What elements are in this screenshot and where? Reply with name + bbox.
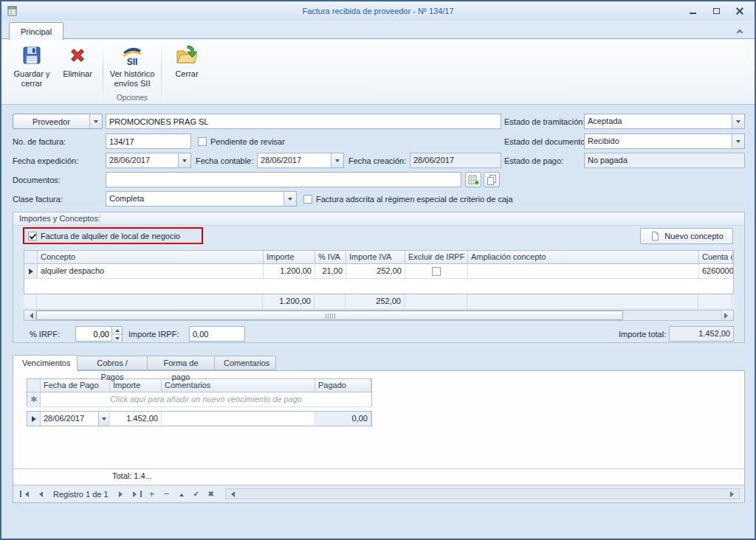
sii-history-label: Ver histórico envíos SII xyxy=(106,69,159,89)
nav-last-icon xyxy=(140,491,142,497)
estado-tramitacion-dropdown-button[interactable] xyxy=(732,114,744,128)
ribbon-separator xyxy=(103,44,103,101)
documentos-input[interactable] xyxy=(106,172,461,187)
restore-button[interactable] xyxy=(710,5,722,17)
nav-first-button[interactable] xyxy=(18,488,31,500)
sii-icon: SII xyxy=(120,44,144,67)
tab-principal[interactable]: Principal xyxy=(9,22,63,40)
fecha-expedicion-combo[interactable]: 28/06/2017 xyxy=(106,153,191,168)
clase-factura-dropdown-button[interactable] xyxy=(284,192,296,206)
cell-importe[interactable]: 1.452,00 xyxy=(110,412,162,426)
new-row-indicator: ✱ xyxy=(27,392,41,407)
fecha-expedicion-label: Fecha expedición: xyxy=(13,155,78,167)
copy-document-button[interactable] xyxy=(484,172,500,187)
nav-delete-button[interactable]: − xyxy=(160,488,173,500)
pendiente-revisar-label: Pendiente de revisar xyxy=(210,137,285,146)
nav-cancel-button[interactable]: ✖ xyxy=(205,488,218,500)
clase-factura-combo[interactable]: Completa xyxy=(106,191,297,207)
column-header-excluir-irpf[interactable]: Excluir de IRPF xyxy=(405,251,468,264)
fecha-contable-dropdown-button[interactable] xyxy=(331,153,343,167)
column-header-iva[interactable]: % IVA xyxy=(315,251,346,264)
column-header-fecha-pago[interactable]: Fecha de Pago xyxy=(41,379,110,392)
estado-documento-dropdown-button[interactable] xyxy=(732,134,744,148)
no-factura-label: No. de factura: xyxy=(13,136,66,148)
vencimientos-panel: Fecha de Pago Importe Comentarios Pagado… xyxy=(13,370,745,503)
sii-history-button[interactable]: SII Ver histórico envíos SII xyxy=(106,41,159,89)
cell-concepto[interactable]: alquiler despacho xyxy=(38,264,264,279)
fecha-pago-dropdown-button[interactable] xyxy=(98,412,109,426)
column-header-pagado[interactable]: Pagado xyxy=(315,379,371,392)
nuevo-concepto-label: Nuevo concepto xyxy=(664,232,724,240)
spin-down-button[interactable] xyxy=(112,335,122,342)
fecha-contable-value: 28/06/2017 xyxy=(258,153,331,167)
column-header-ampliacion[interactable]: Ampliación concepto xyxy=(468,251,699,264)
edit-icon xyxy=(179,491,184,496)
cerrar-button[interactable]: Cerrar xyxy=(164,41,210,79)
irpf-importe-input[interactable] xyxy=(189,326,245,342)
nav-edit-button[interactable] xyxy=(175,488,188,500)
add-document-button[interactable] xyxy=(465,172,481,187)
pager-hscrollbar[interactable] xyxy=(225,488,740,499)
scroll-right-button[interactable] xyxy=(721,311,733,320)
ribbon-group-cerrar: Cerrar xyxy=(164,41,210,104)
proveedor-input[interactable] xyxy=(106,114,501,129)
spin-up-button[interactable] xyxy=(112,327,122,335)
spinner-buttons xyxy=(111,327,122,341)
tab-comentarios[interactable]: Comentarios xyxy=(214,356,276,370)
vencimientos-total: Total: 1.4... xyxy=(112,471,152,480)
tab-forma-pago[interactable]: Forma de pago xyxy=(147,356,215,370)
cell-ampliacion[interactable] xyxy=(468,264,699,279)
cell-pagado: 0,00 xyxy=(315,412,371,426)
cell-excluir-irpf[interactable] xyxy=(405,264,468,279)
pendiente-revisar-checkbox[interactable]: Pendiente de revisar xyxy=(198,136,285,147)
cell-importe[interactable]: 1.200,00 xyxy=(264,264,315,279)
importe-total-label: Importe total: xyxy=(619,328,666,340)
nuevo-concepto-button[interactable]: Nuevo concepto xyxy=(640,228,733,244)
current-row-icon xyxy=(29,269,36,274)
proveedor-button[interactable]: Proveedor xyxy=(13,114,103,129)
copy-document-icon xyxy=(486,174,498,186)
regimen-caja-checkbox[interactable]: Factura adscrita al régimen especial de … xyxy=(303,193,513,204)
tab-cobros-pagos[interactable]: Cobros / Pagos xyxy=(77,356,148,370)
chevron-up-icon xyxy=(737,29,743,35)
new-row[interactable]: ✱ Click aquí para añadir un nuevo vencim… xyxy=(27,392,371,407)
proveedor-dropdown-button[interactable] xyxy=(89,114,102,128)
minimize-button[interactable] xyxy=(687,5,698,17)
save-close-button[interactable]: Guardar y cerrar xyxy=(9,41,55,89)
irpf-pct-input[interactable] xyxy=(76,327,111,341)
estado-documento-combo[interactable]: Recibido xyxy=(584,134,745,149)
ribbon-collapse-button[interactable] xyxy=(734,27,746,35)
no-factura-input[interactable] xyxy=(106,134,191,149)
cell-importe-iva[interactable]: 252,00 xyxy=(346,264,405,279)
nav-append-button[interactable]: + xyxy=(145,488,159,500)
spin-up-icon xyxy=(115,327,120,332)
fecha-contable-combo[interactable]: 28/06/2017 xyxy=(257,153,344,168)
nav-last-button[interactable] xyxy=(131,488,144,500)
column-header-cuenta[interactable]: Cuenta co xyxy=(699,251,733,264)
column-header-importe[interactable]: Importe xyxy=(264,251,315,264)
fecha-expedicion-dropdown-button[interactable] xyxy=(178,153,190,167)
delete-button[interactable]: Eliminar xyxy=(55,41,100,79)
grid-empty-area xyxy=(24,279,733,294)
cell-fecha-pago[interactable]: 28/06/2017 xyxy=(41,412,110,426)
irpf-pct-spinner[interactable] xyxy=(75,326,123,342)
cell-cuenta[interactable]: 62600000 xyxy=(699,264,733,279)
cell-comentarios[interactable] xyxy=(162,412,315,426)
scroll-left-button[interactable] xyxy=(24,311,36,320)
cell-iva[interactable]: 21,00 xyxy=(315,264,346,279)
new-row-hint[interactable]: Click aquí para añadir un nuevo vencimie… xyxy=(41,392,371,407)
nav-prev-button[interactable] xyxy=(32,488,46,500)
checkbox-icon xyxy=(432,267,441,276)
column-header-importe-iva[interactable]: Importe IVA xyxy=(346,251,405,264)
totals-spacer xyxy=(698,294,732,308)
close-button[interactable] xyxy=(734,5,746,17)
estado-tramitacion-combo[interactable]: Aceptada xyxy=(584,114,745,129)
conceptos-hscrollbar[interactable] xyxy=(24,310,734,321)
alquiler-local-checkbox[interactable]: Factura de alquiler de local de negocio xyxy=(28,230,180,241)
nav-next-button[interactable] xyxy=(116,488,129,500)
column-header-concepto[interactable]: Concepto xyxy=(38,251,264,264)
scrollbar-thumb[interactable] xyxy=(36,311,623,320)
tab-vencimientos[interactable]: Vencimientos xyxy=(13,355,78,371)
alquiler-local-label: Factura de alquiler de local de negocio xyxy=(41,232,180,240)
nav-post-button[interactable]: ✔ xyxy=(190,488,203,500)
